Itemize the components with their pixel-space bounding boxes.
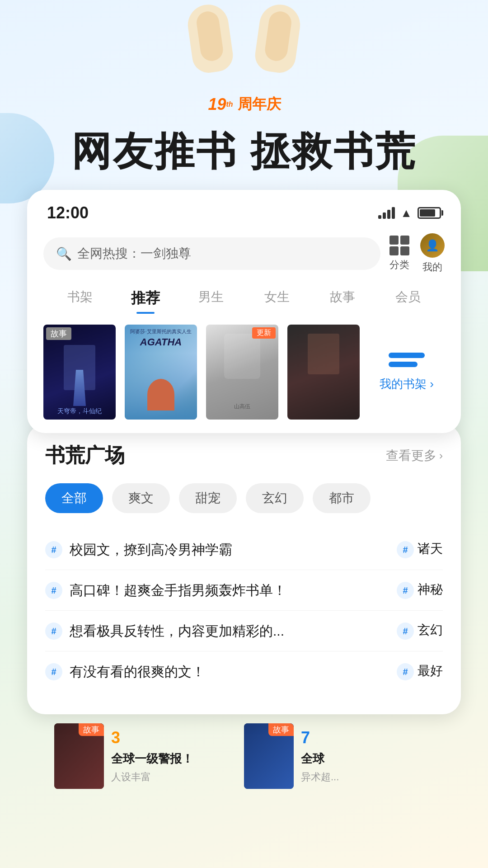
hash-icon-1: # (45, 541, 62, 558)
right-ear (253, 2, 303, 75)
preview-sub-1: 人设丰富 (111, 770, 244, 784)
bottom-previews: 故事 3 全球一级警报！ 人设丰富 故事 7 全球 异术超... (27, 714, 461, 798)
tab-story[interactable]: 故事 (310, 285, 375, 312)
section-title: 书荒广场 (45, 442, 125, 469)
list-text-2: 高口碑！超爽金手指男频轰炸书单！ (70, 580, 389, 600)
avatar: 👤 (420, 233, 445, 258)
status-time: 12:00 (47, 203, 89, 222)
filter-fantasy[interactable]: 玄幻 (246, 483, 304, 513)
preview-title-2: 全球 (301, 751, 434, 767)
preview-rank-1: 3 (111, 728, 244, 747)
book-2-subtitle: 阿婆莎·艾里斯托的真实人生 (127, 328, 195, 335)
list-tag-2: # 神秘 (397, 580, 443, 599)
book-1-title: 天穹帝，斗仙纪 (46, 407, 113, 415)
chevron-right-icon: › (439, 449, 443, 462)
preview-book-2[interactable]: 故事 7 全球 异术超... (244, 723, 434, 789)
preview-sub-2: 异术超... (301, 770, 434, 784)
shuhuang-panel: 书荒广场 查看更多 › 全部 爽文 甜宠 玄幻 都市 # 校园文，撩到高冷男神学… (27, 424, 461, 714)
preview-badge-2: 故事 (268, 723, 294, 736)
preview-title-1: 全球一级警报！ (111, 751, 244, 767)
preview-cover-2: 故事 (244, 723, 294, 789)
book-4[interactable] (287, 325, 360, 420)
list-tag-text-1: 诸天 (418, 540, 443, 557)
list-tag-4: # 最好 (397, 661, 443, 680)
classify-label: 分类 (389, 258, 409, 272)
hash-icon-right-3: # (397, 623, 414, 640)
filter-all[interactable]: 全部 (45, 483, 103, 513)
my-shelf[interactable]: 我的书架 › (369, 325, 445, 420)
classify-action[interactable]: 分类 (389, 236, 409, 272)
book-2-title: AGATHA (140, 336, 182, 348)
list-text-3: 想看极具反转性，内容更加精彩的... (70, 621, 389, 641)
profile-label: 我的 (422, 260, 442, 274)
tab-female[interactable]: 女生 (244, 285, 310, 312)
phone-container: 12:00 ▲ 🔍 全网热搜：一剑独尊 (27, 190, 461, 798)
hero-area: 19th 周年庆 网友推书 拯救书荒 (0, 0, 488, 190)
tab-bookshelf[interactable]: 书架 (47, 285, 113, 312)
profile-action[interactable]: 👤 我的 (420, 233, 445, 274)
search-bar[interactable]: 🔍 全网热搜：一剑独尊 (43, 237, 380, 270)
filter-cool[interactable]: 爽文 (112, 483, 170, 513)
hero-title: 网友推书 拯救书荒 (71, 125, 417, 179)
anniversary-number: 19 (208, 96, 226, 113)
hash-icon-right-4: # (397, 663, 414, 680)
hash-icon-4: # (45, 663, 62, 680)
book-3-badge: 更新 (252, 327, 276, 339)
bookshelf-row: 故事 天穹帝，斗仙纪 阿婆莎·艾里斯托的真实人生 AGATHA 山高伍 更新 (43, 325, 445, 420)
preview-info-1: 3 全球一级警报！ 人设丰富 (111, 728, 244, 784)
hash-icon-right-2: # (397, 582, 414, 599)
search-icon: 🔍 (56, 246, 72, 261)
filter-chips: 全部 爽文 甜宠 玄幻 都市 (45, 483, 443, 513)
hash-icon-right-1: # (397, 541, 414, 558)
filter-sweet[interactable]: 甜宠 (179, 483, 237, 513)
preview-rank-2: 7 (301, 728, 434, 747)
list-tag-text-2: 神秘 (418, 581, 443, 598)
list-text-1: 校园文，撩到高冷男神学霸 (70, 539, 389, 560)
status-bar: 12:00 ▲ (43, 203, 445, 222)
book-1-badge: 故事 (46, 327, 71, 340)
nav-tabs: 书架 推荐 男生 女生 故事 会员 (43, 285, 445, 312)
anniversary-suffix: th (226, 100, 233, 108)
bunny-ears (176, 0, 312, 72)
shelf-icon (389, 353, 425, 371)
tab-vip[interactable]: 会员 (375, 285, 441, 312)
list-item[interactable]: # 有没有看的很爽的文！ # 最好 (45, 651, 443, 692)
preview-book-1[interactable]: 故事 3 全球一级警报！ 人设丰富 (54, 723, 244, 789)
anniversary-icon: 19th (207, 93, 234, 116)
list-item[interactable]: # 高口碑！超爽金手指男频轰炸书单！ # 神秘 (45, 570, 443, 611)
section-header: 书荒广场 查看更多 › (45, 442, 443, 469)
status-icons: ▲ (378, 206, 441, 220)
list-tag-1: # 诸天 (397, 539, 443, 558)
book-3[interactable]: 山高伍 更新 (206, 325, 278, 420)
filter-city[interactable]: 都市 (313, 483, 371, 513)
anniversary-text: 周年庆 (238, 94, 281, 114)
tab-recommend[interactable]: 推荐 (113, 285, 178, 312)
signal-icon (378, 207, 395, 219)
list-item[interactable]: # 想看极具反转性，内容更加精彩的... # 玄幻 (45, 611, 443, 651)
preview-badge-1: 故事 (79, 723, 104, 736)
left-ear (185, 2, 235, 75)
search-row: 🔍 全网热搜：一剑独尊 分类 👤 我的 (43, 233, 445, 274)
my-shelf-label: 我的书架 › (380, 376, 434, 392)
book-1[interactable]: 故事 天穹帝，斗仙纪 (43, 325, 116, 420)
search-placeholder: 全网热搜：一剑独尊 (77, 245, 191, 262)
classify-icon (389, 236, 409, 255)
list-text-4: 有没有看的很爽的文！ (70, 661, 389, 682)
hash-icon-3: # (45, 623, 62, 640)
preview-info-2: 7 全球 异术超... (301, 728, 434, 784)
battery-icon (418, 207, 441, 219)
tab-male[interactable]: 男生 (178, 285, 244, 312)
see-more-button[interactable]: 查看更多 › (386, 447, 443, 464)
anniversary-badge: 19th 周年庆 (207, 93, 281, 116)
action-row: 分类 👤 我的 (389, 233, 445, 274)
list-item[interactable]: # 校园文，撩到高冷男神学霸 # 诸天 (45, 529, 443, 570)
book-2[interactable]: 阿婆莎·艾里斯托的真实人生 AGATHA (125, 325, 197, 420)
list-tag-text-4: 最好 (418, 662, 443, 679)
wifi-icon: ▲ (400, 206, 412, 220)
list-tag-text-3: 玄幻 (418, 622, 443, 639)
phone-top-panel: 12:00 ▲ 🔍 全网热搜：一剑独尊 (27, 190, 461, 433)
hash-icon-2: # (45, 582, 62, 599)
preview-cover-1: 故事 (54, 723, 104, 789)
list-tag-3: # 玄幻 (397, 621, 443, 640)
